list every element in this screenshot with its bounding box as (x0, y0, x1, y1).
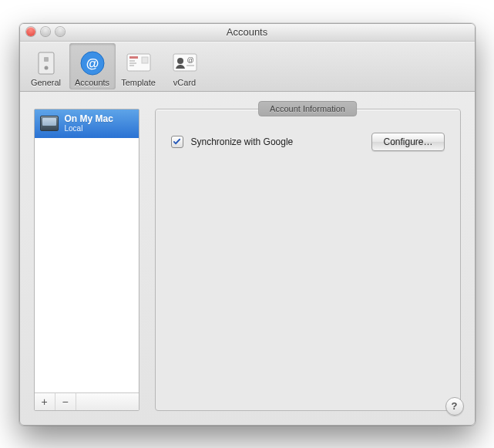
template-icon (126, 50, 152, 76)
tab-vcard[interactable]: @ vCard (162, 43, 208, 89)
tab-template[interactable]: Template (116, 43, 162, 89)
svg-rect-10 (129, 65, 134, 66)
help-icon: ? (452, 400, 458, 412)
plus-icon: + (41, 396, 47, 408)
close-icon[interactable] (26, 27, 35, 36)
svg-text:@: @ (86, 56, 99, 71)
minus-icon: − (62, 396, 68, 408)
titlebar: Accounts (20, 24, 475, 42)
tab-label: vCard (173, 78, 196, 87)
tab-accounts[interactable]: @ Accounts (69, 43, 116, 89)
svg-point-2 (44, 66, 48, 69)
account-information-panel: Account Information Synchronize with Goo… (155, 109, 461, 411)
minimize-icon[interactable] (41, 27, 50, 36)
add-account-button[interactable]: + (35, 393, 55, 410)
tab-label: Template (121, 78, 156, 87)
accounts-icon: @ (79, 50, 106, 76)
sidebar-footer: + − (35, 392, 139, 410)
zoom-icon[interactable] (55, 27, 65, 36)
tab-general[interactable]: General (23, 43, 69, 89)
svg-rect-0 (39, 52, 54, 74)
accounts-list: On My Mac Local (35, 109, 139, 392)
sync-google-checkbox[interactable] (171, 136, 183, 148)
svg-rect-7 (129, 56, 138, 59)
group-title: Account Information (258, 101, 357, 116)
traffic-lights (26, 27, 65, 36)
tab-label: Accounts (75, 78, 109, 87)
help-button[interactable]: ? (445, 397, 464, 416)
remove-account-button[interactable]: − (55, 393, 76, 410)
account-text: On My Mac Local (65, 114, 113, 133)
svg-text:@: @ (187, 56, 193, 64)
account-row[interactable]: On My Mac Local (35, 109, 139, 138)
svg-point-13 (177, 58, 183, 64)
general-icon (33, 50, 59, 76)
svg-rect-1 (44, 57, 49, 62)
configure-button[interactable]: Configure… (371, 133, 444, 151)
toolbar: General @ Accounts (20, 42, 475, 92)
svg-rect-9 (129, 62, 136, 64)
account-subtitle: Local (65, 124, 113, 133)
preferences-window: Accounts General @ Accounts (19, 23, 476, 426)
checkmark-icon (173, 137, 181, 146)
content-area: On My Mac Local + − Account Information … (20, 92, 475, 425)
svg-rect-15 (187, 65, 194, 66)
svg-rect-8 (129, 60, 135, 62)
configure-button-label: Configure… (383, 136, 432, 147)
tab-label: General (31, 78, 61, 87)
sync-google-label: Synchronize with Google (191, 136, 294, 147)
account-name: On My Mac (65, 114, 113, 124)
window-title: Accounts (227, 26, 267, 38)
svg-rect-11 (142, 57, 148, 63)
accounts-sidebar: On My Mac Local + − (34, 109, 139, 411)
vcard-icon: @ (172, 50, 198, 76)
sync-row: Synchronize with Google Configure… (171, 133, 445, 151)
imac-icon (40, 116, 59, 131)
